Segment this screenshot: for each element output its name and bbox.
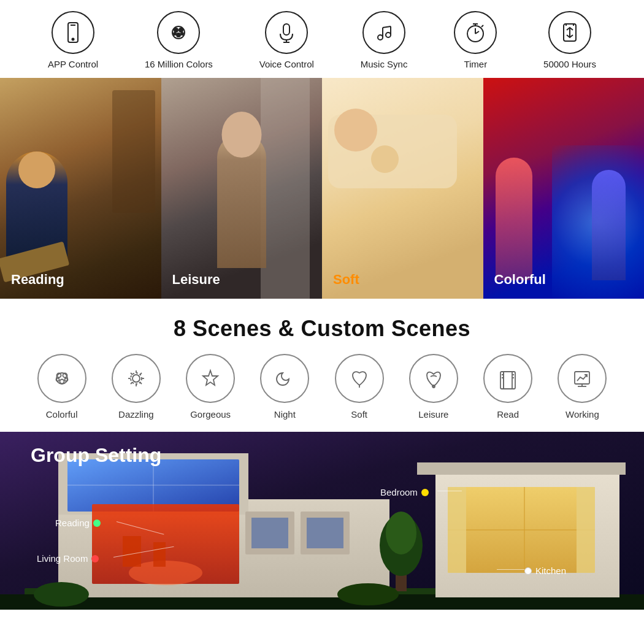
scene-soft-label: Soft: [333, 272, 359, 288]
svg-rect-77: [448, 487, 466, 573]
kitchen-dot: [524, 567, 532, 575]
50000-hours-icon: [548, 11, 591, 54]
svg-point-32: [64, 378, 67, 381]
svg-point-12: [378, 35, 383, 40]
svg-point-8: [181, 33, 183, 35]
read-icon: [483, 354, 532, 403]
svg-line-22: [481, 25, 483, 27]
50000-hours-label: 50000 Hours: [543, 59, 596, 69]
svg-point-13: [386, 33, 391, 37]
soft-label: Soft: [351, 409, 367, 420]
scene-card-leisure: Leisure: [161, 78, 323, 299]
bedroom-dot: [421, 489, 429, 496]
kitchen-label: Kitchen: [524, 565, 566, 576]
svg-rect-78: [577, 487, 595, 573]
svg-point-4: [174, 28, 178, 32]
soft-icon: [335, 354, 384, 403]
svg-point-30: [59, 380, 64, 384]
scene-icon-colorful: Colorful: [37, 354, 86, 420]
kitchen-line: [497, 569, 524, 570]
feature-16m-colors: 16 Million Colors: [145, 11, 213, 69]
dazzling-icon: [112, 354, 161, 403]
svg-point-7: [174, 33, 176, 35]
scene-leisure-label: Leisure: [172, 272, 220, 288]
read-label: Read: [497, 409, 519, 420]
dazzling-label: Dazzling: [118, 409, 154, 420]
working-label: Working: [565, 409, 599, 420]
feature-50000-hours: 50000 Hours: [543, 11, 596, 69]
svg-rect-70: [251, 518, 288, 548]
scene-reading-label: Reading: [11, 272, 64, 288]
leisure-label: Leisure: [418, 409, 448, 420]
svg-rect-9: [283, 24, 289, 35]
svg-marker-43: [203, 370, 218, 385]
scene-card-colorful: Colorful: [483, 78, 645, 299]
voice-control-icon: [265, 11, 308, 54]
svg-point-5: [179, 28, 183, 32]
night-icon: [260, 354, 309, 403]
scene-cards-row: Reading Leisure Soft: [0, 78, 644, 299]
scene-icon-read: Read: [483, 354, 532, 420]
scene-colorful-label: Colorful: [494, 272, 546, 288]
reading-room-label: Reading: [55, 518, 101, 528]
kitchen-text: Kitchen: [535, 565, 566, 576]
scenes-heading: 8 Scenes & Custom Scenes: [0, 299, 644, 354]
svg-point-31: [56, 378, 59, 381]
bedroom-label: Bedroom: [380, 487, 429, 497]
svg-point-82: [34, 582, 89, 607]
scene-icon-leisure: Leisure: [409, 354, 458, 420]
living-room-label: Living Room: [37, 553, 99, 564]
reading-text: Reading: [55, 518, 90, 528]
app-control-icon: [52, 11, 94, 54]
svg-point-6: [177, 33, 180, 37]
group-setting-title: Group Setting: [31, 444, 161, 467]
scene-icon-working: Working: [558, 354, 607, 420]
feature-music-sync: Music Sync: [361, 11, 408, 69]
svg-point-83: [337, 583, 399, 605]
scene-icon-night: Night: [260, 354, 309, 420]
bedroom-line: [437, 491, 462, 491]
svg-rect-73: [417, 462, 626, 475]
scene-icon-gorgeous: Gorgeous: [186, 354, 235, 420]
living-room-dot: [91, 555, 99, 562]
night-label: Night: [274, 409, 296, 420]
scene-icons-row: Colorful Dazzling Gorgeous: [0, 354, 644, 432]
gorgeous-label: Gorgeous: [190, 409, 231, 420]
living-room-text: Living Room: [37, 553, 88, 564]
scene-icon-soft: Soft: [335, 354, 384, 420]
feature-timer: Timer: [454, 11, 497, 69]
colorful-label: Colorful: [46, 409, 78, 420]
timer-icon: [454, 11, 497, 54]
app-control-label: APP Control: [48, 59, 98, 69]
feature-voice-control: Voice Control: [259, 11, 314, 69]
svg-rect-66: [123, 536, 141, 567]
reading-dot: [93, 519, 101, 527]
features-bar: APP Control 16 Million Colors Voice Cont…: [0, 0, 644, 78]
16m-colors-label: 16 Million Colors: [145, 59, 213, 69]
group-setting-banner: Group Setting Bedroom Reading Living Roo…: [0, 432, 644, 610]
svg-rect-47: [504, 372, 512, 389]
music-sync-icon: [362, 11, 405, 54]
16m-colors-icon: [157, 11, 200, 54]
gorgeous-icon: [186, 354, 235, 403]
svg-point-81: [386, 512, 416, 554]
svg-point-1: [72, 39, 74, 40]
voice-control-label: Voice Control: [259, 59, 314, 69]
svg-line-16: [383, 26, 391, 28]
working-icon: [558, 354, 607, 403]
svg-line-38: [131, 373, 132, 375]
bedroom-text: Bedroom: [380, 487, 418, 497]
timer-label: Timer: [464, 59, 487, 69]
scene-card-soft: Soft: [322, 78, 483, 299]
svg-rect-71: [307, 518, 343, 548]
scene-icon-dazzling: Dazzling: [112, 354, 161, 420]
feature-app-control: APP Control: [48, 11, 98, 69]
scene-card-reading: Reading: [0, 78, 161, 299]
colorful-icon: [37, 354, 86, 403]
svg-rect-67: [153, 542, 166, 567]
leisure-icon: [409, 354, 458, 403]
music-sync-label: Music Sync: [361, 59, 408, 69]
svg-point-33: [132, 375, 140, 382]
